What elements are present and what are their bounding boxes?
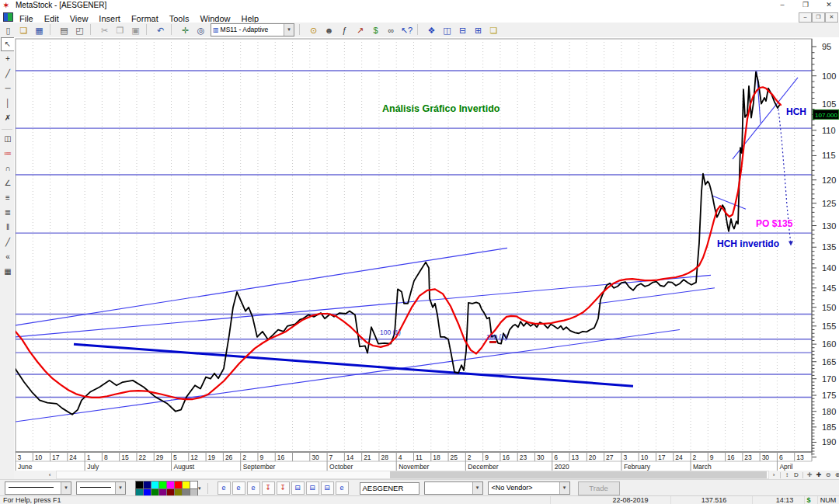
y-axis-label: 110 — [822, 126, 836, 135]
copy-icon[interactable]: ❐ — [113, 23, 127, 37]
y-axis-label: 190 — [822, 437, 836, 447]
symbol-input[interactable]: AESGENER — [360, 482, 420, 495]
plus-button[interactable]: ✚ — [814, 471, 823, 479]
layout-button-1[interactable]: ⊟ — [291, 481, 305, 495]
open-icon[interactable]: ❏ — [16, 23, 31, 37]
color-palette-arrow-icon[interactable]: ▾ — [198, 485, 201, 492]
fib-retracement-tool[interactable]: ≡ — [1, 191, 15, 205]
x-axis-day-label: 22 — [138, 454, 146, 461]
scrollbar-track[interactable] — [56, 471, 769, 479]
delete-tool[interactable]: ✗ — [1, 111, 15, 125]
tile-horizontal-icon[interactable]: ⊟ — [455, 23, 470, 37]
chart-area[interactable]: 9510010511011512012513013514014515015516… — [14, 37, 839, 471]
expert-advisor-icon[interactable]: ☻ — [322, 23, 336, 37]
indicator-combo[interactable]: ▥MS11 - Adaptive Directional▾ — [211, 23, 294, 36]
x-axis-day-label: 11 — [416, 454, 423, 461]
period-combo[interactable]: ▾ — [424, 481, 483, 495]
print-preview-icon[interactable]: ◰ — [72, 23, 87, 37]
x-axis-day-label: 19 — [208, 454, 216, 461]
restore-button[interactable]: ❐ — [797, 0, 814, 10]
color-palette — [135, 481, 197, 495]
x-axis-month-label: July — [87, 463, 99, 471]
tile-vertical-icon[interactable]: ◫ — [440, 23, 454, 37]
new-chart-window-icon[interactable]: ❖ — [424, 23, 439, 37]
layout-button-3[interactable]: ⊟ — [321, 481, 334, 495]
line-tool[interactable]: ╱ — [1, 235, 15, 249]
vertical-line-tool[interactable]: │ — [1, 96, 15, 110]
zoom-out-button[interactable]: ⊖ — [823, 471, 833, 479]
fan-lines-tool[interactable]: « — [1, 250, 15, 264]
layout-button-2[interactable]: ⊟ — [306, 481, 319, 495]
x-axis-day-label: 26 — [225, 454, 233, 461]
x-axis-day-label: 17 — [658, 454, 666, 461]
dollar-icon[interactable]: $ — [368, 23, 383, 37]
y-axis-label: 115 — [822, 151, 836, 160]
line-weight-sample — [80, 487, 111, 488]
scrollbar-thumb[interactable] — [390, 471, 767, 478]
new-icon[interactable]: ▯ — [1, 23, 16, 37]
line-style-combo[interactable]: ▾ — [5, 481, 71, 495]
x-axis-day-label: 13 — [572, 454, 580, 461]
trendline-tool[interactable]: ╱ — [1, 67, 15, 81]
explorer-icon[interactable]: ∞ — [384, 23, 399, 37]
mdi-restore-button[interactable]: ❐ — [812, 12, 825, 23]
line-weight-combo[interactable]: ▾ — [76, 481, 126, 495]
indicator-page-button-4[interactable]: e — [336, 481, 349, 495]
y-axis-label: 120 — [822, 176, 836, 185]
cut-icon[interactable]: ✂ — [97, 23, 112, 37]
horizontal-line-tool[interactable]: ─ — [1, 82, 15, 96]
cycle-lines-tool[interactable]: ‖ — [1, 221, 15, 235]
equis-tool[interactable]: ≔ — [1, 147, 15, 161]
print-icon[interactable]: ▤ — [57, 23, 71, 37]
order-tool[interactable]: ◫ — [1, 132, 15, 146]
system-tester-icon[interactable]: ↗ — [353, 23, 367, 37]
indicator-page-button-3[interactable]: e — [247, 481, 260, 495]
x-axis-day-label: 18 — [433, 454, 440, 461]
crosshair-tool[interactable]: + — [1, 52, 15, 66]
save-icon[interactable]: ▦ — [32, 23, 47, 37]
indicator-builder-icon[interactable]: ƒ — [337, 23, 352, 37]
cascade-icon[interactable]: ❏ — [486, 23, 501, 37]
chevron-down-icon: ▾ — [115, 482, 125, 494]
price-chart[interactable]: 9510010511011512012513013514014515015516… — [14, 37, 839, 471]
lock-icon[interactable]: ⊙ — [306, 23, 321, 37]
hch-inverted-annotation: HCH invertido — [717, 238, 779, 249]
grid-tool[interactable]: ▦ — [1, 265, 15, 279]
chart-title-annotation: Análisis Gráfico Invertido — [382, 103, 500, 114]
zoom-in-button[interactable]: ⊕ — [833, 471, 839, 479]
scroll-right-button[interactable]: › — [769, 471, 778, 479]
download-button-1[interactable]: ↧ — [262, 481, 275, 495]
chevron-down-icon: ▾ — [61, 482, 71, 494]
minimize-button[interactable]: – — [774, 0, 791, 10]
y-axis-label: 145 — [822, 283, 836, 293]
status-num-lock: NUM — [814, 496, 839, 504]
x-axis-month-label: October — [329, 463, 353, 471]
x-axis-day-label: 1 — [87, 454, 91, 461]
crosshair-button[interactable]: ✛ — [805, 471, 814, 479]
mdi-minimize-button[interactable]: – — [799, 12, 812, 23]
vendor-combo[interactable]: <No Vendor>▾ — [488, 481, 570, 495]
close-button[interactable]: ✕ — [820, 0, 837, 10]
indicator-page-button-1[interactable]: e — [218, 481, 231, 495]
trade-button[interactable]: Trade — [578, 481, 620, 495]
indicator-page-button-2[interactable]: e — [232, 481, 245, 495]
angle-tool[interactable]: ∠ — [1, 176, 15, 190]
arc-tool[interactable]: ∩ — [1, 162, 15, 176]
help-pointer-icon[interactable]: ↖? — [399, 23, 414, 37]
chart-document-icon — [3, 12, 13, 22]
x-axis-day-label: 7 — [329, 454, 333, 461]
pointer-tool[interactable]: ↖ — [1, 37, 15, 51]
undo-icon[interactable]: ↶ — [153, 23, 168, 37]
x-axis-day-label: 21 — [364, 454, 371, 461]
mdi-close-button[interactable]: ✕ — [825, 12, 838, 23]
fib-projection-tool[interactable]: ≣ — [1, 206, 15, 220]
pointer-move-icon[interactable]: ✛ — [178, 23, 193, 37]
zoom-icon[interactable]: ◎ — [193, 23, 208, 37]
scroll-left-button[interactable]: ‹ — [45, 471, 54, 479]
paste-icon[interactable]: ▣ — [128, 23, 143, 37]
tile-grid-icon[interactable]: ⊞ — [471, 23, 486, 37]
fit-vertical-button[interactable]: ↕ — [782, 471, 792, 479]
daily-button[interactable]: D — [792, 471, 801, 479]
download-button-2[interactable]: ↧ — [277, 481, 290, 495]
chevron-down-icon: ▾ — [472, 482, 482, 494]
